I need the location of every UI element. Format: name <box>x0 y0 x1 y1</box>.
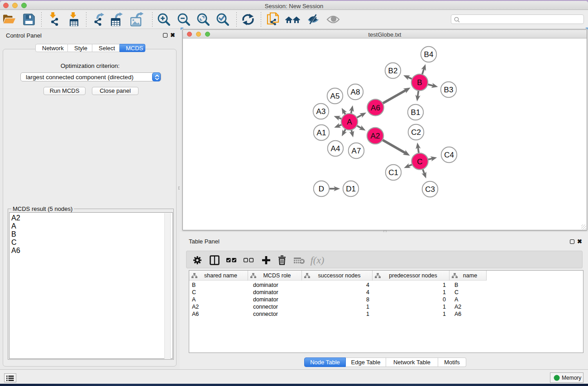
svg-text:C4: C4 <box>444 151 454 159</box>
svg-text:A3: A3 <box>316 107 326 116</box>
svg-text:C: C <box>417 157 422 166</box>
svg-text:A6: A6 <box>371 104 380 112</box>
svg-text:A: A <box>347 118 352 126</box>
svg-text:B3: B3 <box>444 86 454 94</box>
svg-text:C3: C3 <box>425 185 435 194</box>
svg-text:B1: B1 <box>411 108 421 117</box>
svg-text:B2: B2 <box>388 67 398 75</box>
svg-text:D: D <box>319 185 324 193</box>
svg-text:B4: B4 <box>424 50 434 59</box>
svg-text:A8: A8 <box>351 88 360 96</box>
svg-text:A4: A4 <box>331 144 340 153</box>
svg-text:A7: A7 <box>352 147 361 155</box>
svg-text:C2: C2 <box>411 128 421 137</box>
svg-text:A2: A2 <box>371 132 380 140</box>
svg-text:B: B <box>417 78 422 87</box>
svg-text:D1: D1 <box>346 185 356 193</box>
svg-text:C1: C1 <box>388 168 398 177</box>
svg-text:A1: A1 <box>317 129 326 137</box>
svg-text:A5: A5 <box>330 92 340 100</box>
